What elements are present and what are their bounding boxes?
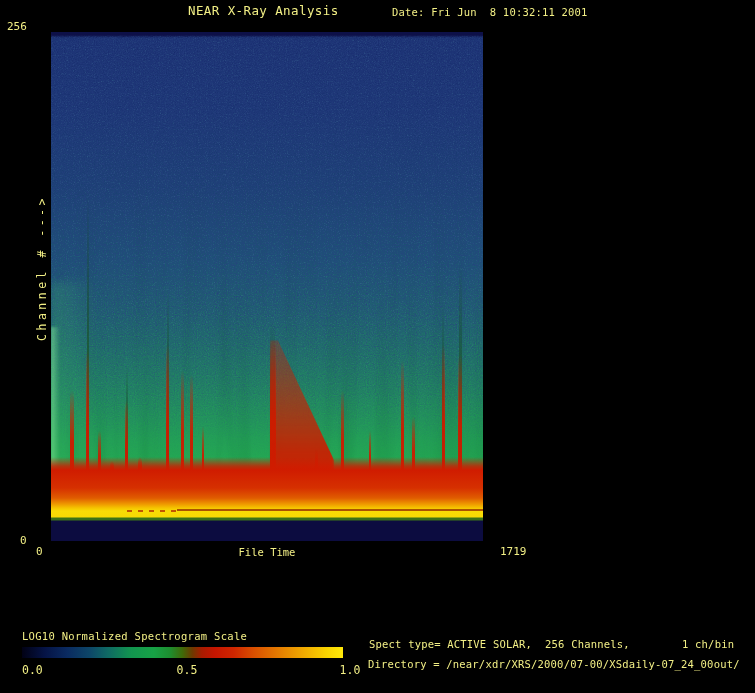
streak-red — [166, 344, 169, 475]
thin-red-absorption-line — [177, 509, 483, 511]
colorbar-gradient — [22, 647, 343, 658]
page-title: NEAR X-Ray Analysis — [188, 5, 339, 18]
colorbar-tick-min: 0.0 — [22, 665, 43, 677]
colorbar-tick-max: 1.0 — [340, 665, 361, 677]
x-axis-min-tick: 0 — [36, 546, 43, 557]
streak-red — [442, 344, 445, 475]
y-axis-label: Channel # ---> — [35, 195, 49, 341]
low-channel-intensity-band — [51, 457, 483, 541]
x-axis-max-tick: 1719 — [500, 546, 527, 557]
colorbar-tick-mid: 0.5 — [177, 665, 198, 677]
y-axis-max-tick: 256 — [7, 21, 27, 32]
streak-red — [270, 340, 276, 475]
status-spect-type: Spect type= ACTIVE SOLAR, 256 Channels, … — [369, 639, 734, 650]
thin-red-line-dashes — [127, 510, 178, 512]
y-axis-min-tick: 0 — [20, 535, 27, 546]
near-xray-analysis-window: NEAR X-Ray Analysis Date: Fri Jun 8 10:3… — [0, 0, 755, 693]
date-label: Date: Fri Jun 8 10:32:11 2001 — [392, 7, 588, 18]
spectrogram-plot[interactable] — [51, 32, 483, 541]
x-axis-label: File Time — [239, 547, 296, 558]
status-directory: Directory = /near/xdr/XRS/2000/07-00/XSd… — [368, 659, 740, 670]
colorbar-title: LOG10 Normalized Spectrogram Scale — [22, 631, 247, 642]
flare-tail — [270, 340, 334, 474]
